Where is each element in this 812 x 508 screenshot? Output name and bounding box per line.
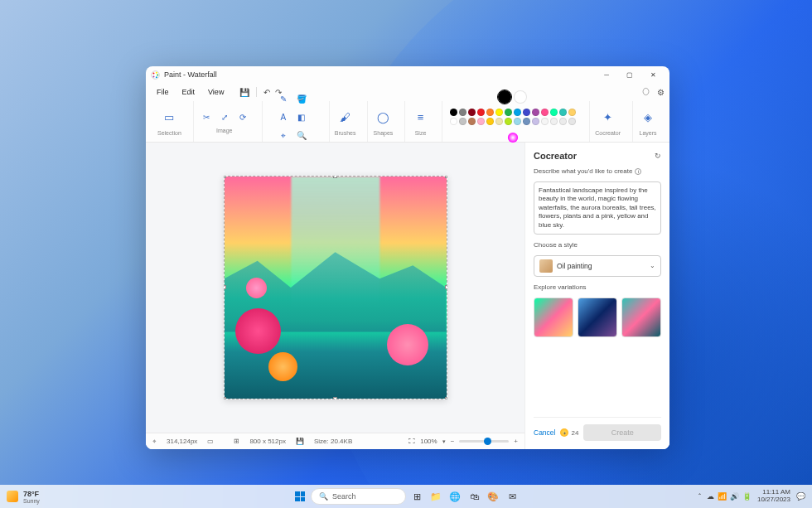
battery-icon[interactable]: 🔋 [742, 492, 752, 501]
taskbar-search[interactable]: 🔍 Search [311, 488, 406, 505]
color-swatch[interactable] [568, 118, 576, 125]
color-swatch[interactable] [532, 109, 539, 116]
style-label: Choose a style [534, 241, 661, 249]
credits-badge: ✦ 24 [560, 428, 578, 437]
picker-icon[interactable]: ⌖ [276, 128, 291, 143]
menu-view[interactable]: View [202, 86, 230, 98]
paint-taskbar-icon[interactable]: 🎨 [485, 488, 501, 505]
notifications-icon[interactable]: 💬 [796, 492, 805, 501]
color-swatch[interactable] [505, 118, 512, 125]
variation-1[interactable] [534, 298, 573, 337]
cancel-button[interactable]: Cancel [534, 428, 555, 437]
svg-point-4 [156, 76, 157, 78]
select-rect-icon[interactable]: ▭ [159, 108, 179, 128]
save-icon[interactable]: 💾 [239, 88, 249, 97]
history-icon[interactable]: ↻ [655, 152, 661, 160]
create-button[interactable]: Create [583, 424, 661, 441]
rotate-icon[interactable]: ⟳ [235, 110, 250, 125]
prompt-textarea[interactable]: Fantastical landscape inspired by the be… [534, 181, 661, 235]
menubar: File Edit View 💾 ↶ ↷ ⚙ [146, 83, 669, 101]
color-swatch[interactable] [541, 109, 549, 116]
color-swatch[interactable] [450, 109, 457, 116]
fit-screen-icon[interactable]: ⛶ [408, 438, 415, 445]
fill-icon[interactable]: 🪣 [294, 92, 309, 107]
color-swatch[interactable] [505, 109, 512, 116]
color-swatch[interactable] [495, 109, 503, 116]
color-swatch[interactable] [486, 118, 494, 125]
cocreator-icon[interactable]: ✦ [598, 108, 618, 128]
canvas[interactable] [224, 176, 447, 399]
status-zoom: 100% [420, 438, 437, 445]
settings-icon[interactable]: ⚙ [657, 88, 665, 97]
titlebar[interactable]: Paint - Waterfall ─ ▢ ✕ [146, 66, 669, 83]
color-swatch[interactable] [514, 109, 521, 116]
search-icon: 🔍 [319, 492, 328, 501]
ribbon-group-layers: ◈ Layers [632, 101, 663, 142]
outlook-icon[interactable]: ✉ [504, 488, 520, 505]
disk-icon: 💾 [296, 438, 304, 445]
color-swatch[interactable] [550, 118, 558, 125]
style-select[interactable]: Oil painting ⌄ [534, 255, 661, 277]
text-icon[interactable]: A [276, 110, 291, 125]
zoom-out-icon[interactable]: − [451, 438, 455, 445]
menu-edit[interactable]: Edit [176, 86, 201, 98]
stroke-size-icon[interactable]: ≡ [410, 108, 430, 128]
chevron-down-icon[interactable]: ▾ [442, 438, 446, 445]
color-swatch[interactable] [541, 118, 549, 125]
eraser-icon[interactable]: ◧ [294, 110, 309, 125]
style-value: Oil painting [557, 262, 592, 270]
color-swatch[interactable] [495, 118, 503, 125]
store-icon[interactable]: 🛍 [466, 488, 482, 505]
wifi-icon[interactable]: 📶 [718, 492, 727, 501]
shapes-icon[interactable]: ◯ [373, 108, 393, 128]
task-view-icon[interactable]: ⊞ [408, 488, 425, 505]
color-swatch[interactable] [550, 109, 558, 116]
chevron-up-icon[interactable]: ˆ [698, 492, 701, 501]
color-primary[interactable] [498, 90, 511, 104]
zoom-in-icon[interactable]: + [514, 438, 518, 445]
statusbar: ⌖ 314,124px ▭ ⊞ 800 x 512px 💾 Size: 20.4… [146, 433, 524, 449]
color-swatch[interactable] [477, 118, 485, 125]
color-swatch[interactable] [568, 109, 576, 116]
volume-icon[interactable]: 🔊 [730, 492, 739, 501]
color-swatch[interactable] [468, 118, 476, 125]
color-swatch[interactable] [459, 109, 466, 116]
ribbon-group-tools: ✎ 🪣 A ◧ ⌖ 🔍 Tools [262, 101, 322, 142]
maximize-button[interactable]: ▢ [618, 66, 641, 83]
color-swatch[interactable] [468, 109, 476, 116]
pencil-icon[interactable]: ✎ [276, 92, 291, 107]
variation-3[interactable] [621, 298, 661, 337]
color-swatch[interactable] [532, 118, 539, 125]
color-swatch[interactable] [559, 118, 567, 125]
copilot-icon[interactable] [641, 87, 650, 98]
color-swatch[interactable] [523, 118, 530, 125]
close-button[interactable]: ✕ [641, 66, 665, 83]
svg-point-2 [156, 71, 157, 73]
color-swatch[interactable] [459, 118, 466, 125]
edge-icon[interactable]: 🌐 [447, 488, 463, 505]
start-button[interactable] [292, 488, 308, 505]
menu-file[interactable]: File [151, 86, 175, 98]
layers-icon[interactable]: ◈ [638, 108, 658, 128]
color-swatch[interactable] [559, 109, 567, 116]
ribbon-group-image: ✂ ⤢ ⟳ Image [193, 101, 255, 142]
color-secondary[interactable] [514, 90, 527, 104]
color-swatch[interactable] [514, 118, 521, 125]
color-swatch[interactable] [486, 109, 494, 116]
variation-2[interactable] [578, 298, 617, 337]
taskbar: 78°F Sunny 🔍 Search ⊞ 📁 🌐 🛍 🎨 ✉ ˆ ☁ 📶 🔊 … [0, 485, 812, 508]
resize-icon[interactable]: ⤢ [217, 110, 232, 125]
zoom-slider[interactable] [459, 440, 509, 443]
color-swatch[interactable] [523, 109, 530, 116]
brush-icon[interactable]: 🖌 [336, 108, 355, 128]
onedrive-icon[interactable]: ☁ [707, 492, 714, 501]
explorer-icon[interactable]: 📁 [428, 488, 444, 505]
system-clock[interactable]: 11:11 AM 10/27/2023 [757, 489, 790, 504]
crop-icon[interactable]: ✂ [199, 110, 214, 125]
color-swatch[interactable] [477, 109, 485, 116]
color-swatch[interactable] [450, 118, 457, 125]
magnify-icon[interactable]: 🔍 [294, 128, 309, 143]
minimize-button[interactable]: ─ [595, 66, 618, 83]
info-icon[interactable]: i [635, 168, 641, 175]
weather-widget[interactable]: 78°F Sunny [7, 490, 40, 504]
